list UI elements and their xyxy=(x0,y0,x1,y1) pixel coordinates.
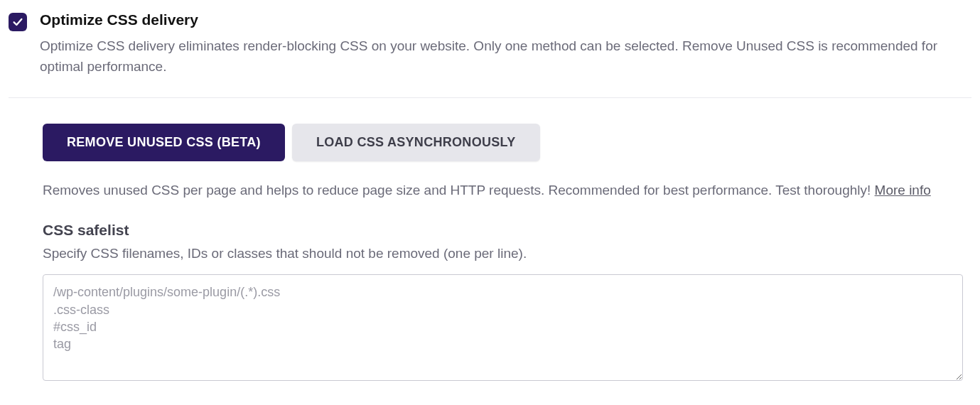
tab-description: Removes unused CSS per page and helps to… xyxy=(43,180,971,200)
css-method-tabs: REMOVE UNUSED CSS (BETA) LOAD CSS ASYNCH… xyxy=(43,124,971,161)
check-icon xyxy=(12,16,23,28)
tab-description-text: Removes unused CSS per page and helps to… xyxy=(43,183,875,198)
optimize-css-row: Optimize CSS delivery Optimize CSS deliv… xyxy=(9,11,971,98)
tab-remove-unused-css[interactable]: REMOVE UNUSED CSS (BETA) xyxy=(43,124,285,161)
more-info-link[interactable]: More info xyxy=(875,183,931,198)
optimize-css-checkbox[interactable] xyxy=(9,13,27,31)
tab-load-css-async[interactable]: LOAD CSS ASYNCHRONOUSLY xyxy=(292,124,540,161)
optimize-css-title: Optimize CSS delivery xyxy=(40,11,971,28)
optimize-css-description: Optimize CSS delivery eliminates render-… xyxy=(40,36,949,77)
css-safelist-title: CSS safelist xyxy=(43,222,971,239)
css-safelist-description: Specify CSS filenames, IDs or classes th… xyxy=(43,246,971,261)
css-safelist-input[interactable] xyxy=(43,274,963,381)
